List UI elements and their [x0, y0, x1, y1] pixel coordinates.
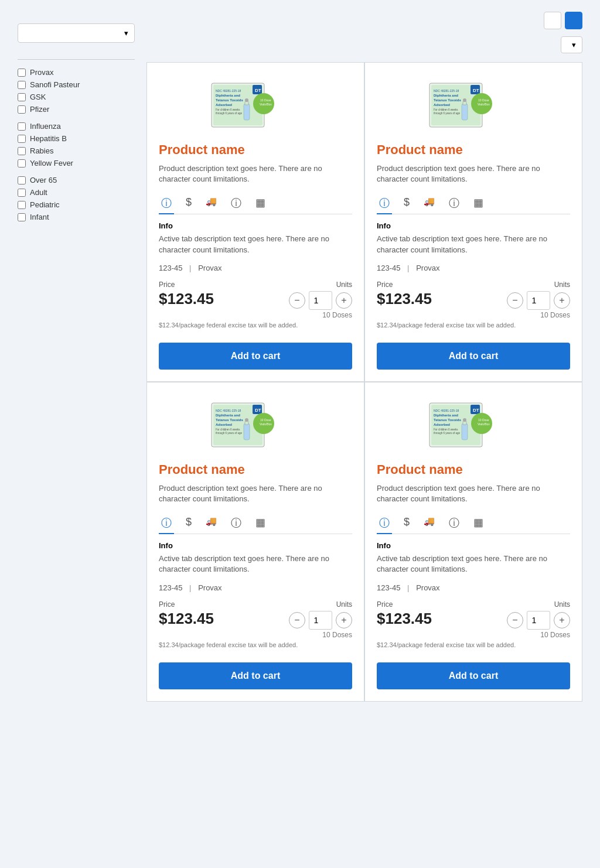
filter-pfizer[interactable]: Pfizer — [18, 105, 135, 114]
filter-provax[interactable]: Provax — [18, 68, 135, 77]
pediatric-checkbox[interactable] — [18, 201, 26, 209]
add-to-cart-button-1[interactable]: Add to cart — [377, 343, 570, 370]
product-card-1: NDC 49281-225-18 Diphtheria and Tetanus … — [365, 63, 582, 381]
tab-shipping-1[interactable]: 🚚 — [421, 193, 437, 214]
qty-decrease-3[interactable]: − — [507, 612, 523, 628]
filter-sanofi[interactable]: Sanofi Pasteur — [18, 80, 135, 89]
tab-content-text-2: Active tab description text goes here. T… — [159, 553, 352, 575]
tab-content-text-3: Active tab description text goes here. T… — [377, 553, 570, 575]
sort-chevron-icon: ▾ — [572, 40, 576, 49]
yellowfever-label: Yellow Fever — [30, 159, 73, 168]
infant-checkbox[interactable] — [18, 213, 26, 221]
tab-details-0[interactable]: ⓘ — [229, 193, 244, 214]
influenza-checkbox[interactable] — [18, 122, 26, 131]
tab-info-2[interactable]: ⓘ — [159, 512, 174, 534]
provax-label: Provax — [30, 68, 53, 77]
qty-increase-0[interactable]: + — [336, 292, 352, 309]
add-to-cart-button-3[interactable]: Add to cart — [377, 662, 570, 689]
tab-price-2[interactable]: $ — [183, 512, 194, 534]
sort-dropdown[interactable]: ▾ — [561, 36, 582, 53]
qty-increase-2[interactable]: + — [336, 612, 352, 628]
tab-price-0[interactable]: $ — [183, 193, 194, 214]
gsk-checkbox[interactable] — [18, 93, 26, 101]
price-label-0: Price — [159, 281, 214, 289]
pfizer-label: Pfizer — [30, 105, 49, 114]
qty-decrease-1[interactable]: − — [507, 292, 523, 309]
next-page-button[interactable] — [565, 12, 582, 29]
filter-rabies[interactable]: Rabies — [18, 146, 135, 155]
product-code-2: 123-45 | Provax — [159, 583, 352, 592]
qty-input-0[interactable] — [309, 291, 332, 310]
filter-influenza[interactable]: Influenza — [18, 122, 135, 131]
qty-input-2[interactable] — [309, 611, 332, 630]
qty-input-3[interactable] — [527, 611, 550, 630]
tab-details-3[interactable]: ⓘ — [446, 512, 462, 534]
rabies-checkbox[interactable] — [18, 147, 26, 155]
product-tabs-1: ⓘ $ 🚚 ⓘ ▦ — [377, 193, 570, 214]
sidebar: ▾ Provax Sanofi Pasteur GSK — [18, 12, 135, 702]
tab-details-1[interactable]: ⓘ — [446, 193, 462, 214]
tab-grid-3[interactable]: ▦ — [471, 512, 486, 534]
svg-text:Diphtheria and: Diphtheria and — [216, 94, 240, 97]
filter-yellowfever[interactable]: Yellow Fever — [18, 159, 135, 168]
tab-info-0[interactable]: ⓘ — [159, 193, 174, 214]
filter-adult[interactable]: Adult — [18, 188, 135, 197]
product-image-1: NDC 49281-225-18 Diphtheria and Tetanus … — [377, 74, 570, 133]
filter-pediatric[interactable]: Pediatric — [18, 200, 135, 209]
provax-checkbox[interactable] — [18, 69, 26, 77]
qty-decrease-2[interactable]: − — [289, 612, 305, 628]
filter-infant[interactable]: Infant — [18, 213, 135, 221]
price-tax-3: $12.34/package federal excise tax will b… — [377, 641, 570, 648]
svg-text:NDC 49281-225-18: NDC 49281-225-18 — [434, 409, 459, 412]
tab-grid-2[interactable]: ▦ — [253, 512, 268, 534]
add-to-cart-button-0[interactable]: Add to cart — [159, 343, 352, 370]
filter-title — [18, 54, 135, 60]
product-desc-1: Product description text goes here. Ther… — [377, 163, 570, 184]
sanofi-checkbox[interactable] — [18, 81, 26, 89]
tab-details-2[interactable]: ⓘ — [229, 512, 244, 534]
price-value-3: $123.45 — [377, 610, 432, 628]
qty-input-1[interactable] — [527, 291, 550, 310]
tab-shipping-2[interactable]: 🚚 — [203, 512, 219, 534]
filter-gsk[interactable]: GSK — [18, 93, 135, 101]
tab-price-1[interactable]: $ — [401, 193, 412, 214]
tab-content-label-1: Info — [377, 221, 570, 230]
category-dropdown[interactable]: ▾ — [18, 23, 135, 43]
price-units-section-2: Price $123.45 Units − + 10 Doses $12.34/… — [159, 600, 352, 648]
filter-hepb[interactable]: Hepatitis B — [18, 134, 135, 143]
tab-content-label-3: Info — [377, 541, 570, 550]
prev-page-button[interactable] — [544, 12, 561, 29]
svg-text:10 Dose: 10 Dose — [260, 418, 271, 422]
tab-info-3[interactable]: ⓘ — [377, 512, 392, 534]
qty-increase-3[interactable]: + — [554, 612, 570, 628]
product-code-3: 123-45 | Provax — [377, 583, 570, 592]
adult-checkbox[interactable] — [18, 189, 26, 197]
pfizer-checkbox[interactable] — [18, 105, 26, 114]
filter-over65[interactable]: Over 65 — [18, 176, 135, 184]
qty-increase-1[interactable]: + — [554, 292, 570, 309]
tab-info-1[interactable]: ⓘ — [377, 193, 392, 214]
price-units-row-0: Price $123.45 Units − + 10 Doses — [159, 281, 352, 319]
price-col-1: Price $123.45 — [377, 281, 432, 308]
qty-decrease-0[interactable]: − — [289, 292, 305, 309]
pediatric-label: Pediatric — [30, 200, 60, 209]
svg-text:Tetanus Toxoids: Tetanus Toxoids — [434, 98, 461, 102]
svg-rect-61 — [462, 423, 468, 440]
svg-point-63 — [463, 418, 466, 422]
tab-shipping-3[interactable]: 🚚 — [421, 512, 437, 534]
over65-checkbox[interactable] — [18, 176, 26, 184]
svg-text:10 Dose: 10 Dose — [478, 98, 489, 102]
units-control-3: − + — [507, 611, 570, 630]
tab-shipping-0[interactable]: 🚚 — [203, 193, 219, 214]
yellowfever-checkbox[interactable] — [18, 159, 26, 168]
doses-text-1: 10 Doses — [507, 311, 570, 319]
svg-text:Tetanus Toxoids: Tetanus Toxoids — [216, 98, 243, 102]
hepb-checkbox[interactable] — [18, 135, 26, 143]
svg-point-31 — [463, 98, 466, 102]
tab-grid-0[interactable]: ▦ — [253, 193, 268, 214]
tab-grid-1[interactable]: ▦ — [471, 193, 486, 214]
product-code-value-1: 123-45 — [377, 264, 400, 272]
tab-price-3[interactable]: $ — [401, 512, 412, 534]
add-to-cart-button-2[interactable]: Add to cart — [159, 662, 352, 689]
product-desc-3: Product description text goes here. Ther… — [377, 483, 570, 504]
